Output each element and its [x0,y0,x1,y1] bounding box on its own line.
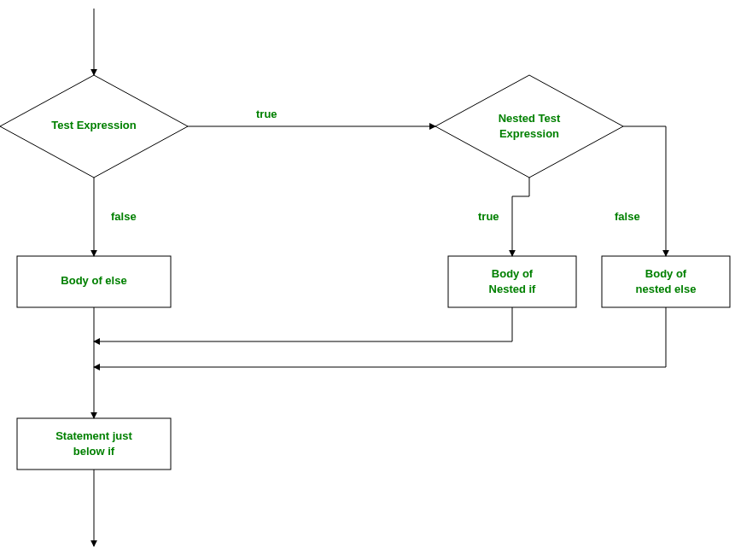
body-of-else-label: Body of else [61,274,126,287]
edge-nested-false-label: false [615,210,640,223]
body-of-nested-if-node: Body of Nested if [448,256,576,307]
test-expression-label: Test Expression [51,119,137,131]
edge-testexpr-false: false [94,178,137,256]
edge-nested-false: false [615,126,666,256]
body-of-else-node: Body of else [17,256,171,307]
body-of-nested-if-label-line2: Nested if [489,283,537,295]
body-of-nested-else-label-line1: Body of [645,267,687,280]
statement-below-if-label-line1: Statement just [55,429,132,442]
edge-nested-true-label: true [478,210,499,223]
nested-test-expression-node: Nested Test Expression [435,75,623,178]
test-expression-node: Test Expression [0,75,188,178]
edge-testexpr-false-label: false [111,210,137,223]
nested-test-expression-label-line2: Expression [499,127,559,140]
body-of-nested-else-node: Body of nested else [602,256,730,307]
edge-testexpr-true: true [188,108,435,126]
edge-nestedif-merge [94,307,512,341]
body-of-nested-else-label-line2: nested else [636,283,697,295]
statement-below-if-node: Statement just below if [17,418,171,470]
svg-marker-1 [435,75,623,178]
edge-nested-true: true [478,178,529,256]
nested-test-expression-label-line1: Nested Test [499,112,561,125]
body-of-nested-if-label-line1: Body of [492,267,534,280]
edge-testexpr-true-label: true [256,108,277,120]
svg-rect-4 [602,256,730,307]
svg-rect-5 [17,418,171,470]
statement-below-if-label-line2: below if [73,445,115,458]
svg-rect-3 [448,256,576,307]
edge-nestedelse-merge [94,307,666,367]
